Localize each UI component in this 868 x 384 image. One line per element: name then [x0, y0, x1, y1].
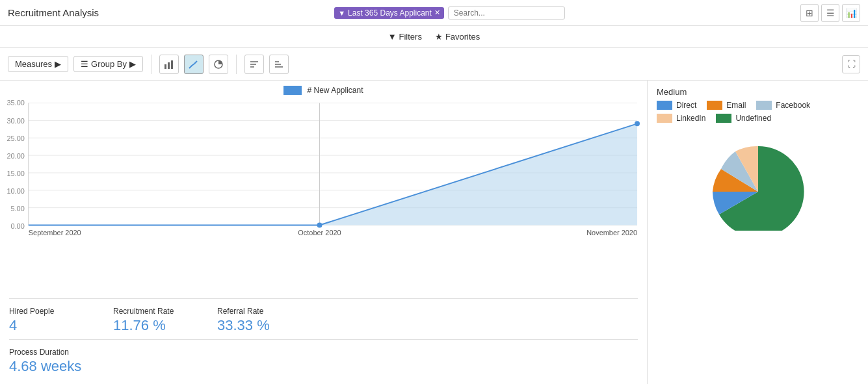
list-icon: ☰: [81, 59, 88, 69]
filter-icon: ▼: [338, 9, 345, 17]
svg-rect-1: [168, 62, 170, 69]
legend-color-facebook: [756, 101, 772, 110]
legend-label-direct: Direct: [676, 101, 696, 110]
sort-asc-btn[interactable]: [244, 55, 264, 74]
process-duration-value: 4.68 weeks: [9, 358, 98, 375]
legend-label-facebook: Facebook: [776, 101, 810, 110]
svg-text:20.00: 20.00: [7, 152, 24, 160]
search-input[interactable]: [448, 6, 565, 19]
line-chart-svg: 35.00 30.00 25.00 20.00 15.00 10.00 5.00…: [0, 97, 640, 240]
right-panel: Medium Direct Email Facebook LinkedIn Un…: [647, 81, 868, 384]
header-right: ⊞ ☰ 📊: [800, 4, 860, 22]
stats-row-2: Process Duration 4.68 weeks: [9, 339, 638, 378]
sub-header: ▼ Filters ★ Favorites: [0, 26, 868, 48]
referral-rate-value: 33.33 %: [217, 317, 306, 334]
svg-point-29: [317, 223, 322, 228]
svg-marker-28: [29, 123, 637, 225]
legend-item-linkedin: LinkedIn: [657, 114, 705, 123]
medium-title: Medium: [657, 87, 859, 97]
graph-view-btn[interactable]: 📊: [842, 4, 860, 22]
legend-item-direct: Direct: [657, 101, 696, 110]
line-chart-btn[interactable]: [184, 55, 204, 74]
main-content: # New Applicant 35.00 30.00 25.00 20.00 …: [0, 81, 868, 384]
group-by-arrow-icon: ▶: [129, 59, 136, 69]
svg-text:25.00: 25.00: [7, 134, 24, 142]
filter-tag-close[interactable]: ✕: [434, 8, 440, 17]
svg-text:0.00: 0.00: [11, 222, 25, 230]
referral-rate-stat: Referral Rate 33.33 %: [217, 304, 321, 337]
measures-button[interactable]: Measures ▶: [8, 56, 68, 72]
filters-label: Filters: [399, 32, 422, 42]
pie-legend: Direct Email Facebook LinkedIn Undefined: [657, 101, 859, 123]
legend-color-email: [707, 101, 722, 110]
legend-item-email: Email: [707, 101, 746, 110]
legend-label-undefined: Undefined: [735, 114, 771, 123]
pie-chart-btn[interactable]: [209, 55, 228, 74]
page-title: Recruitment Analysis: [8, 7, 99, 18]
filters-button[interactable]: ▼ Filters: [388, 32, 422, 42]
chart-legend: # New Applicant: [0, 86, 647, 95]
svg-text:35.00: 35.00: [7, 99, 24, 107]
legend-color-direct: [657, 101, 672, 110]
svg-text:October 2020: October 2020: [298, 229, 341, 237]
svg-text:November 2020: November 2020: [586, 229, 637, 237]
filter-dropdown-icon: ▼: [388, 32, 397, 42]
sort-asc-icon: [249, 59, 259, 70]
pie-chart-svg: [693, 127, 823, 231]
legend-label-new-applicant: # New Applicant: [307, 86, 363, 95]
referral-rate-label: Referral Rate: [217, 307, 306, 316]
sort-desc-btn[interactable]: [269, 55, 289, 74]
legend-color-linkedin: [657, 114, 672, 123]
line-chart-icon: [189, 59, 199, 70]
pie-chart-icon: [213, 59, 224, 70]
group-by-button[interactable]: ☰ Group By ▶: [73, 56, 143, 72]
process-duration-label: Process Duration: [9, 348, 98, 357]
favorites-button[interactable]: ★ Favorites: [435, 32, 480, 42]
list-view-btn[interactable]: ☰: [821, 4, 839, 22]
chart-area: # New Applicant 35.00 30.00 25.00 20.00 …: [0, 81, 647, 290]
filter-tag[interactable]: ▼ Last 365 Days Applicant ✕: [334, 7, 444, 19]
separator-1: [151, 55, 151, 74]
sort-desc-icon: [274, 59, 284, 70]
recruitment-rate-stat: Recruitment Rate 11.76 %: [113, 304, 217, 337]
group-by-label: Group By: [91, 59, 127, 69]
star-icon: ★: [435, 32, 443, 42]
hired-people-value: 4: [9, 317, 98, 334]
process-duration-stat: Process Duration 4.68 weeks: [9, 345, 113, 378]
recruitment-rate-value: 11.76 %: [113, 317, 202, 334]
bar-chart-btn[interactable]: [159, 55, 179, 74]
stats-area: Hired Poeple 4 Recruitment Rate 11.76 % …: [0, 290, 647, 384]
legend-color-new-applicant: [283, 86, 302, 95]
pie-chart-container: [657, 127, 859, 378]
legend-item-facebook: Facebook: [756, 101, 810, 110]
favorites-label: Favorites: [445, 32, 480, 42]
svg-text:September 2020: September 2020: [29, 229, 81, 237]
bar-chart-icon: [164, 59, 174, 70]
legend-label-email: Email: [726, 101, 746, 110]
hired-people-label: Hired Poeple: [9, 307, 98, 316]
expand-btn[interactable]: ⛶: [842, 55, 860, 73]
svg-text:30.00: 30.00: [7, 117, 24, 125]
stats-row-1: Hired Poeple 4 Recruitment Rate 11.76 % …: [9, 298, 638, 337]
svg-rect-2: [171, 60, 173, 69]
svg-rect-0: [164, 64, 166, 69]
recruitment-rate-label: Recruitment Rate: [113, 307, 202, 316]
hired-people-stat: Hired Poeple 4: [9, 304, 113, 337]
svg-text:10.00: 10.00: [7, 187, 24, 195]
measures-arrow-icon: ▶: [55, 59, 61, 69]
legend-color-undefined: [716, 114, 731, 123]
separator-2: [236, 55, 237, 74]
legend-item-undefined: Undefined: [716, 114, 771, 123]
kanban-view-btn[interactable]: ⊞: [800, 4, 819, 22]
svg-point-30: [635, 121, 640, 126]
filter-tag-label: Last 365 Days Applicant: [348, 8, 432, 18]
svg-text:15.00: 15.00: [7, 170, 24, 177]
toolbar: Measures ▶ ☰ Group By ▶: [0, 48, 868, 81]
legend-label-linkedin: LinkedIn: [676, 114, 705, 123]
header-center: ▼ Last 365 Days Applicant ✕: [99, 6, 800, 19]
measures-label: Measures: [15, 59, 52, 69]
svg-text:5.00: 5.00: [11, 205, 25, 212]
